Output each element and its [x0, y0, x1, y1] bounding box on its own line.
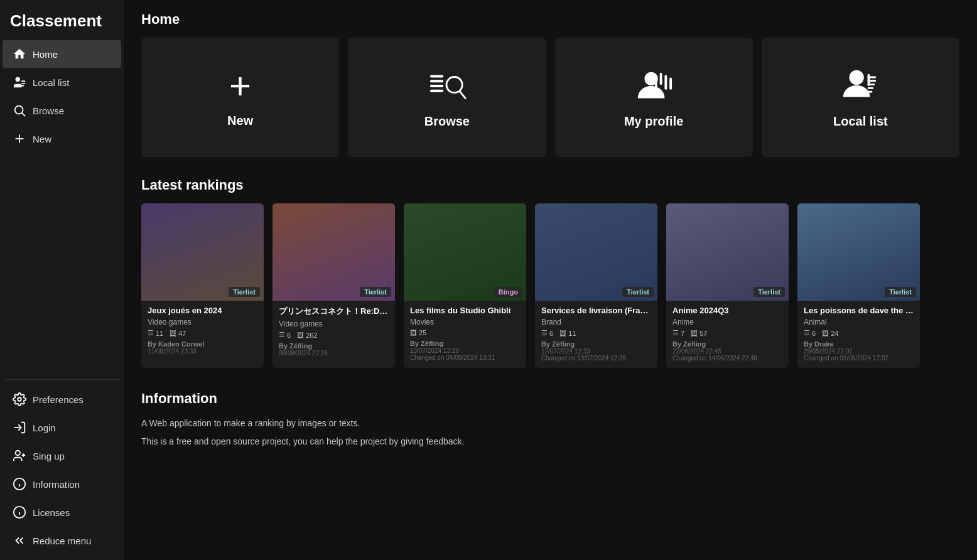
- sidebar-item-singup-label: Sing up: [33, 451, 65, 461]
- ranking-date: 06/08/2024 22:26: [279, 350, 389, 357]
- ranking-date: 12/07/2024 12:33: [541, 348, 651, 355]
- ranking-info: Jeux joués en 2024 Video games ☰11🖼47 By…: [141, 301, 264, 361]
- stat-items: ☰6: [804, 329, 816, 337]
- ranking-changed: Changed on 13/07/2024 12:35: [541, 355, 651, 362]
- locallist-icon: [13, 75, 26, 89]
- ranking-title: Les films du Studio Ghibli: [410, 306, 520, 315]
- sidebar-item-licenses-label: Licenses: [33, 507, 70, 518]
- singup-icon: [13, 449, 26, 463]
- ranking-badge: Tierlist: [229, 287, 260, 297]
- browse-card-icon: [428, 67, 467, 105]
- sidebar: Classement Home Local list Browse New: [0, 0, 124, 560]
- home-section-title: Home: [141, 11, 959, 28]
- ranking-changed: Changed on 04/08/2024 13:31: [410, 354, 520, 361]
- svg-rect-28: [665, 75, 667, 89]
- ranking-title: Jeux joués en 2024: [148, 306, 257, 315]
- home-card-myprofile[interactable]: My profile: [555, 38, 753, 157]
- stat-images: 🖼25: [410, 329, 426, 337]
- ranking-stats: ☰11🖼47: [148, 329, 257, 337]
- ranking-date: 22/06/2024 22:45: [672, 348, 782, 355]
- sidebar-item-new[interactable]: New: [3, 125, 121, 153]
- ranking-category: Animal: [804, 318, 914, 326]
- home-cards: + New Browse My: [141, 38, 959, 157]
- ranking-badge: Tierlist: [622, 287, 654, 297]
- svg-rect-3: [21, 85, 24, 87]
- info-text-2: This is a free and open source project, …: [141, 435, 959, 448]
- svg-rect-20: [430, 80, 443, 82]
- sidebar-item-licenses[interactable]: Licenses: [3, 498, 121, 526]
- home-card-new[interactable]: + New: [141, 38, 339, 157]
- home-card-locallist[interactable]: Local list: [762, 38, 959, 157]
- browse-card-label: Browse: [424, 114, 470, 129]
- ranking-info: Les poissons de dave the diver Animal ☰6…: [797, 301, 920, 368]
- stat-images: 🖼24: [822, 330, 838, 337]
- ranking-title: Les poissons de dave the diver: [804, 306, 914, 315]
- ranking-category: Brand: [541, 318, 651, 326]
- ranking-card[interactable]: Tierlist プリンセスコネクト！Re:Dive Video games ☰…: [273, 203, 395, 368]
- ranking-card[interactable]: Bingo Les films du Studio Ghibli Movies …: [404, 203, 526, 368]
- new-card-icon: +: [229, 67, 251, 105]
- ranking-badge: Tierlist: [360, 287, 391, 297]
- svg-point-0: [16, 77, 20, 82]
- stat-images: 🖼57: [691, 330, 707, 337]
- svg-rect-22: [430, 89, 443, 92]
- ranking-card[interactable]: Tierlist Les poissons de dave the diver …: [797, 203, 920, 368]
- stat-items: ☰7: [672, 329, 684, 337]
- stat-items: ☰6: [541, 329, 553, 337]
- sidebar-item-information[interactable]: Information: [3, 470, 121, 498]
- svg-rect-35: [868, 87, 874, 89]
- sidebar-item-login-label: Login: [33, 423, 56, 433]
- sidebar-item-locallist[interactable]: Local list: [3, 68, 121, 96]
- stat-images: 🖼47: [170, 330, 186, 337]
- ranking-author: By Zéfling: [279, 342, 389, 350]
- ranking-card[interactable]: Tierlist Anime 2024Q3 Anime ☰7🖼57 By Zéf…: [666, 203, 789, 368]
- ranking-info: Services de livraison (France) Brand ☰6🖼…: [535, 301, 657, 368]
- sidebar-item-home[interactable]: Home: [3, 40, 121, 68]
- ranking-info: プリンセスコネクト！Re:Dive Video games ☰6🖼262 By …: [273, 301, 395, 363]
- ranking-badge: Bingo: [494, 287, 522, 297]
- ranking-category: Video games: [279, 320, 389, 328]
- stat-items: ☰6: [279, 331, 291, 339]
- info-title: Information: [141, 390, 959, 407]
- sidebar-item-reduce-label: Reduce menu: [33, 536, 91, 546]
- ranking-badge: Tierlist: [753, 287, 785, 297]
- svg-rect-2: [21, 83, 25, 84]
- browse-icon: [13, 104, 26, 117]
- login-icon: [13, 421, 26, 434]
- home-card-browse[interactable]: Browse: [348, 38, 546, 157]
- sidebar-item-singup[interactable]: Sing up: [3, 442, 121, 470]
- ranking-stats: ☰6🖼11: [541, 329, 651, 337]
- ranking-changed: Changed on 14/06/2024 22:48: [672, 355, 782, 362]
- app-title: Classement: [0, 0, 124, 40]
- ranking-category: Movies: [410, 318, 520, 326]
- preferences-icon: [13, 392, 26, 406]
- svg-rect-21: [430, 85, 443, 87]
- ranking-changed: Changed on 03/06/2024 17:07: [804, 355, 914, 362]
- ranking-stats: ☰6🖼24: [804, 329, 914, 337]
- sidebar-item-new-label: New: [33, 134, 51, 144]
- sidebar-item-browse[interactable]: Browse: [3, 97, 121, 124]
- svg-point-10: [16, 451, 20, 455]
- ranking-date: 11/08/2024 23:33: [148, 348, 257, 355]
- svg-point-4: [15, 106, 23, 114]
- ranking-date: 13/07/2024 13:29: [410, 347, 520, 354]
- sidebar-item-browse-label: Browse: [33, 105, 64, 116]
- reduce-icon: [13, 534, 26, 547]
- profile-card-icon: [634, 67, 673, 105]
- sidebar-item-reduce[interactable]: Reduce menu: [3, 527, 121, 554]
- ranking-stats: ☰7🖼57: [672, 329, 782, 337]
- ranking-thumb: Tierlist: [797, 203, 920, 301]
- ranking-stats: ☰6🖼262: [279, 331, 389, 339]
- svg-rect-32: [868, 76, 877, 78]
- svg-rect-27: [655, 77, 657, 94]
- ranking-card[interactable]: Tierlist Services de livraison (France) …: [535, 203, 657, 368]
- stat-images: 🖼11: [559, 330, 576, 337]
- svg-rect-33: [868, 80, 877, 82]
- info-section: Information A Web application to make a …: [141, 390, 959, 448]
- svg-rect-34: [868, 83, 875, 85]
- sidebar-item-preferences[interactable]: Preferences: [3, 385, 121, 413]
- licenses-icon: [13, 505, 26, 519]
- ranking-card[interactable]: Tierlist Jeux joués en 2024 Video games …: [141, 203, 264, 368]
- svg-line-24: [460, 91, 465, 98]
- sidebar-item-login[interactable]: Login: [3, 414, 121, 441]
